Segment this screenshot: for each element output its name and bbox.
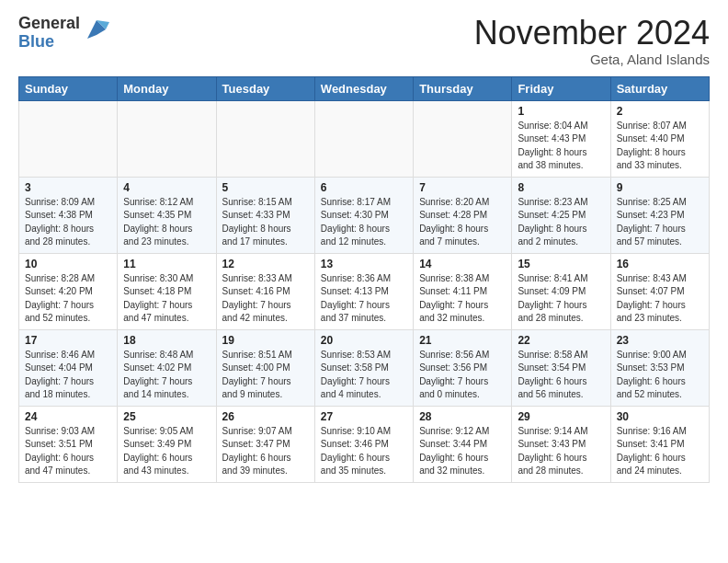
weekday-header-thursday: Thursday <box>414 76 512 100</box>
day-number: 10 <box>25 258 111 270</box>
calendar-cell: 7Sunrise: 8:20 AMSunset: 4:28 PMDaylight… <box>414 177 512 253</box>
day-number: 9 <box>617 181 703 194</box>
day-number: 23 <box>617 334 703 347</box>
day-info: Sunrise: 9:05 AMSunset: 3:49 PMDaylight:… <box>123 425 210 478</box>
calendar-cell <box>19 100 118 177</box>
day-number: 17 <box>25 334 111 347</box>
day-info: Sunrise: 8:36 AMSunset: 4:13 PMDaylight:… <box>321 272 407 326</box>
day-info: Sunrise: 9:10 AMSunset: 3:46 PMDaylight:… <box>321 425 407 478</box>
calendar-cell: 30Sunrise: 9:16 AMSunset: 3:41 PMDayligh… <box>610 406 709 482</box>
calendar-cell: 12Sunrise: 8:33 AMSunset: 4:16 PMDayligh… <box>216 253 314 329</box>
day-number: 18 <box>123 334 210 347</box>
weekday-header-friday: Friday <box>512 76 610 100</box>
day-info: Sunrise: 8:09 AMSunset: 4:38 PMDaylight:… <box>25 196 111 249</box>
day-number: 30 <box>617 410 703 423</box>
day-number: 4 <box>123 181 210 194</box>
day-info: Sunrise: 9:07 AMSunset: 3:47 PMDaylight:… <box>222 425 309 478</box>
calendar-cell: 3Sunrise: 8:09 AMSunset: 4:38 PMDaylight… <box>19 177 118 253</box>
day-number: 11 <box>123 258 210 270</box>
weekday-header-sunday: Sunday <box>19 76 118 100</box>
day-info: Sunrise: 8:30 AMSunset: 4:18 PMDaylight:… <box>123 272 210 326</box>
day-number: 20 <box>321 334 407 347</box>
day-info: Sunrise: 8:07 AMSunset: 4:40 PMDaylight:… <box>617 120 703 173</box>
day-info: Sunrise: 8:56 AMSunset: 3:56 PMDaylight:… <box>419 349 506 402</box>
day-info: Sunrise: 8:41 AMSunset: 4:09 PMDaylight:… <box>518 272 604 326</box>
month-title: November 2024 <box>474 15 710 52</box>
logo-icon <box>84 17 109 42</box>
day-number: 21 <box>419 334 506 347</box>
day-info: Sunrise: 8:51 AMSunset: 4:00 PMDaylight:… <box>222 349 309 402</box>
day-number: 14 <box>419 258 506 270</box>
day-info: Sunrise: 8:04 AMSunset: 4:43 PMDaylight:… <box>518 120 604 173</box>
calendar-week-2: 3Sunrise: 8:09 AMSunset: 4:38 PMDaylight… <box>19 177 710 253</box>
day-number: 26 <box>222 410 309 423</box>
day-number: 15 <box>518 258 604 270</box>
calendar-cell: 20Sunrise: 8:53 AMSunset: 3:58 PMDayligh… <box>314 329 413 406</box>
day-number: 8 <box>518 181 604 194</box>
logo-blue: Blue <box>18 33 80 52</box>
day-number: 16 <box>617 258 703 270</box>
day-number: 1 <box>518 105 604 118</box>
calendar-cell: 15Sunrise: 8:41 AMSunset: 4:09 PMDayligh… <box>512 253 610 329</box>
calendar-cell <box>216 100 314 177</box>
calendar-cell: 11Sunrise: 8:30 AMSunset: 4:18 PMDayligh… <box>118 253 216 329</box>
day-number: 2 <box>617 105 703 118</box>
calendar-week-5: 24Sunrise: 9:03 AMSunset: 3:51 PMDayligh… <box>19 406 710 482</box>
day-info: Sunrise: 9:12 AMSunset: 3:44 PMDaylight:… <box>419 425 506 478</box>
day-info: Sunrise: 8:48 AMSunset: 4:02 PMDaylight:… <box>123 349 210 402</box>
calendar-cell: 22Sunrise: 8:58 AMSunset: 3:54 PMDayligh… <box>512 329 610 406</box>
day-info: Sunrise: 9:03 AMSunset: 3:51 PMDaylight:… <box>25 425 111 478</box>
calendar-cell: 25Sunrise: 9:05 AMSunset: 3:49 PMDayligh… <box>118 406 216 482</box>
calendar-cell <box>118 100 216 177</box>
day-info: Sunrise: 8:20 AMSunset: 4:28 PMDaylight:… <box>419 196 506 249</box>
calendar-cell: 2Sunrise: 8:07 AMSunset: 4:40 PMDaylight… <box>610 100 709 177</box>
day-info: Sunrise: 8:38 AMSunset: 4:11 PMDaylight:… <box>419 272 506 326</box>
logo: General Blue <box>18 15 109 52</box>
day-info: Sunrise: 8:17 AMSunset: 4:30 PMDaylight:… <box>321 196 407 249</box>
day-number: 7 <box>419 181 506 194</box>
day-info: Sunrise: 8:43 AMSunset: 4:07 PMDaylight:… <box>617 272 703 326</box>
day-number: 24 <box>25 410 111 423</box>
day-number: 5 <box>222 181 309 194</box>
day-number: 27 <box>321 410 407 423</box>
calendar-cell: 23Sunrise: 9:00 AMSunset: 3:53 PMDayligh… <box>610 329 709 406</box>
day-number: 3 <box>25 181 111 194</box>
day-number: 6 <box>321 181 407 194</box>
calendar-cell: 8Sunrise: 8:23 AMSunset: 4:25 PMDaylight… <box>512 177 610 253</box>
calendar-cell: 9Sunrise: 8:25 AMSunset: 4:23 PMDaylight… <box>610 177 709 253</box>
calendar-cell: 10Sunrise: 8:28 AMSunset: 4:20 PMDayligh… <box>19 253 118 329</box>
weekday-header-monday: Monday <box>118 76 216 100</box>
weekday-header-tuesday: Tuesday <box>216 76 314 100</box>
calendar-cell: 24Sunrise: 9:03 AMSunset: 3:51 PMDayligh… <box>19 406 118 482</box>
calendar-week-4: 17Sunrise: 8:46 AMSunset: 4:04 PMDayligh… <box>19 329 710 406</box>
day-info: Sunrise: 8:23 AMSunset: 4:25 PMDaylight:… <box>518 196 604 249</box>
calendar-cell: 6Sunrise: 8:17 AMSunset: 4:30 PMDaylight… <box>314 177 413 253</box>
day-info: Sunrise: 8:46 AMSunset: 4:04 PMDaylight:… <box>25 349 111 402</box>
page: General Blue November 2024 Geta, Aland I… <box>0 0 728 492</box>
day-info: Sunrise: 8:33 AMSunset: 4:16 PMDaylight:… <box>222 272 309 326</box>
day-number: 25 <box>123 410 210 423</box>
weekday-header-saturday: Saturday <box>610 76 709 100</box>
day-info: Sunrise: 9:14 AMSunset: 3:43 PMDaylight:… <box>518 425 604 478</box>
weekday-header-wednesday: Wednesday <box>314 76 413 100</box>
calendar-cell: 27Sunrise: 9:10 AMSunset: 3:46 PMDayligh… <box>314 406 413 482</box>
day-info: Sunrise: 9:00 AMSunset: 3:53 PMDaylight:… <box>617 349 703 402</box>
day-info: Sunrise: 8:12 AMSunset: 4:35 PMDaylight:… <box>123 196 210 249</box>
calendar-cell: 19Sunrise: 8:51 AMSunset: 4:00 PMDayligh… <box>216 329 314 406</box>
day-info: Sunrise: 8:53 AMSunset: 3:58 PMDaylight:… <box>321 349 407 402</box>
day-number: 29 <box>518 410 604 423</box>
calendar-cell: 29Sunrise: 9:14 AMSunset: 3:43 PMDayligh… <box>512 406 610 482</box>
title-block: November 2024 Geta, Aland Islands <box>474 15 710 67</box>
day-info: Sunrise: 8:15 AMSunset: 4:33 PMDaylight:… <box>222 196 309 249</box>
calendar-cell: 17Sunrise: 8:46 AMSunset: 4:04 PMDayligh… <box>19 329 118 406</box>
calendar-cell: 18Sunrise: 8:48 AMSunset: 4:02 PMDayligh… <box>118 329 216 406</box>
logo-text: General Blue <box>18 15 80 52</box>
header: General Blue November 2024 Geta, Aland I… <box>18 15 710 67</box>
calendar-cell: 16Sunrise: 8:43 AMSunset: 4:07 PMDayligh… <box>610 253 709 329</box>
calendar-cell: 26Sunrise: 9:07 AMSunset: 3:47 PMDayligh… <box>216 406 314 482</box>
calendar-table: SundayMondayTuesdayWednesdayThursdayFrid… <box>18 76 710 483</box>
calendar-header-row: SundayMondayTuesdayWednesdayThursdayFrid… <box>19 76 710 100</box>
calendar-cell: 5Sunrise: 8:15 AMSunset: 4:33 PMDaylight… <box>216 177 314 253</box>
calendar-cell: 28Sunrise: 9:12 AMSunset: 3:44 PMDayligh… <box>414 406 512 482</box>
day-number: 28 <box>419 410 506 423</box>
